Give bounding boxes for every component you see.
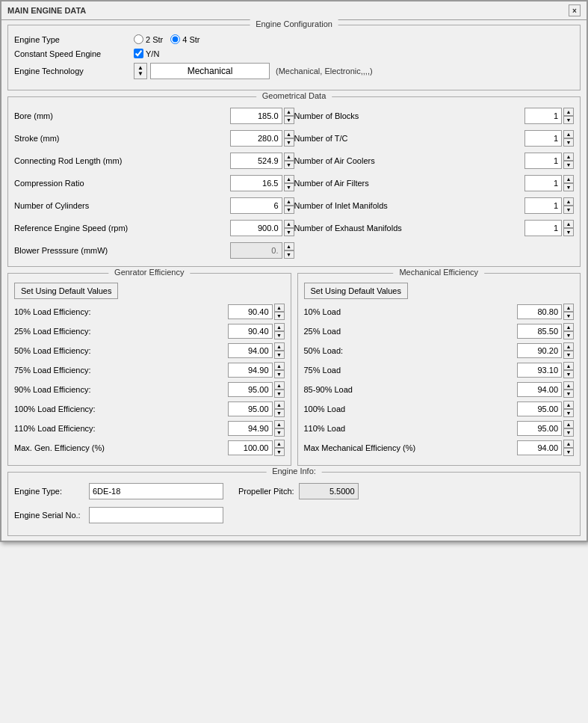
mech-eff-input-7[interactable] bbox=[517, 440, 562, 455]
mech-eff-input-2[interactable] bbox=[517, 343, 562, 358]
geo-left-spin-4[interactable]: ▲ ▼ bbox=[284, 197, 294, 214]
mech-eff-spin-up-2[interactable]: ▲ bbox=[563, 342, 574, 351]
gen-eff-input-6[interactable] bbox=[228, 421, 273, 436]
geo-right-spin-down-0[interactable]: ▼ bbox=[563, 116, 574, 124]
gen-eff-input-5[interactable] bbox=[228, 402, 273, 416]
geo-left-input-0[interactable] bbox=[230, 108, 282, 124]
gen-eff-input-3[interactable] bbox=[228, 363, 273, 378]
gen-eff-spin-up-2[interactable]: ▲ bbox=[274, 342, 285, 351]
geo-left-spin-6[interactable]: ▲ ▼ bbox=[284, 242, 294, 259]
stroke-2-radio[interactable] bbox=[134, 34, 143, 44]
geo-left-spin-up-4[interactable]: ▲ bbox=[284, 197, 294, 206]
gen-eff-spin-down-3[interactable]: ▼ bbox=[274, 370, 285, 378]
mech-eff-input-6[interactable] bbox=[517, 421, 562, 436]
geo-left-spin-up-2[interactable]: ▲ bbox=[284, 153, 294, 161]
geo-left-input-1[interactable] bbox=[230, 130, 282, 147]
mech-eff-spin-4[interactable]: ▲ ▼ bbox=[563, 381, 574, 398]
engine-tech-input[interactable] bbox=[150, 63, 270, 79]
gen-eff-spin-7[interactable]: ▲ ▼ bbox=[274, 440, 285, 456]
geo-left-spin-down-6[interactable]: ▼ bbox=[284, 250, 294, 259]
gen-eff-spin-down-7[interactable]: ▼ bbox=[274, 448, 285, 456]
geo-right-spin-4[interactable]: ▲ ▼ bbox=[563, 197, 574, 214]
geo-right-spin-down-5[interactable]: ▼ bbox=[563, 228, 574, 236]
geo-left-spin-down-4[interactable]: ▼ bbox=[284, 206, 294, 214]
geo-left-spin-1[interactable]: ▲ ▼ bbox=[284, 130, 294, 147]
geo-left-spin-down-2[interactable]: ▼ bbox=[284, 161, 294, 169]
gen-eff-spin-up-6[interactable]: ▲ bbox=[274, 420, 285, 428]
geo-right-spin-down-3[interactable]: ▼ bbox=[563, 183, 574, 191]
mech-eff-spin-up-4[interactable]: ▲ bbox=[563, 381, 574, 390]
geo-left-spin-up-0[interactable]: ▲ bbox=[284, 108, 294, 116]
mech-eff-spin-down-0[interactable]: ▼ bbox=[563, 312, 574, 320]
geo-left-spin-down-3[interactable]: ▼ bbox=[284, 183, 294, 191]
mech-eff-input-0[interactable] bbox=[517, 304, 562, 319]
mech-eff-spin-down-2[interactable]: ▼ bbox=[563, 351, 574, 359]
geo-right-spin-1[interactable]: ▲ ▼ bbox=[563, 130, 574, 147]
gen-eff-spin-2[interactable]: ▲ ▼ bbox=[274, 342, 285, 359]
geo-right-spin-up-3[interactable]: ▲ bbox=[563, 175, 574, 183]
geo-left-input-4[interactable] bbox=[230, 197, 282, 214]
gen-eff-spin-5[interactable]: ▲ ▼ bbox=[274, 401, 285, 417]
mech-eff-input-4[interactable] bbox=[517, 382, 562, 397]
geo-right-input-2[interactable] bbox=[524, 153, 562, 169]
geo-right-spin-up-4[interactable]: ▲ bbox=[563, 197, 574, 206]
gen-eff-input-7[interactable] bbox=[228, 440, 273, 455]
mech-eff-spin-up-1[interactable]: ▲ bbox=[563, 323, 574, 331]
mech-eff-spin-up-3[interactable]: ▲ bbox=[563, 362, 574, 370]
mech-eff-spin-5[interactable]: ▲ ▼ bbox=[563, 401, 574, 417]
geo-right-input-0[interactable] bbox=[524, 108, 562, 124]
mech-eff-spin-down-1[interactable]: ▼ bbox=[563, 331, 574, 339]
geo-right-input-4[interactable] bbox=[524, 197, 562, 214]
geo-right-spin-down-4[interactable]: ▼ bbox=[563, 206, 574, 214]
geo-left-spin-down-5[interactable]: ▼ bbox=[284, 228, 294, 236]
geo-right-spin-0[interactable]: ▲ ▼ bbox=[563, 108, 574, 124]
gen-eff-spin-down-6[interactable]: ▼ bbox=[274, 428, 285, 437]
geo-left-input-5[interactable] bbox=[230, 220, 282, 236]
mech-eff-spin-6[interactable]: ▲ ▼ bbox=[563, 420, 574, 437]
engine-serial-input[interactable] bbox=[89, 507, 223, 523]
mech-eff-spin-0[interactable]: ▲ ▼ bbox=[563, 304, 574, 320]
mech-eff-spin-down-3[interactable]: ▼ bbox=[563, 370, 574, 378]
mech-eff-spin-up-0[interactable]: ▲ bbox=[563, 304, 574, 312]
geo-right-spin-up-2[interactable]: ▲ bbox=[563, 153, 574, 161]
geo-right-spin-up-1[interactable]: ▲ bbox=[563, 130, 574, 138]
mech-eff-spin-7[interactable]: ▲ ▼ bbox=[563, 440, 574, 456]
gen-eff-input-0[interactable] bbox=[228, 304, 273, 319]
stroke-4-radio[interactable] bbox=[170, 34, 180, 44]
geo-left-spin-up-6[interactable]: ▲ bbox=[284, 242, 294, 250]
gen-eff-spin-down-2[interactable]: ▼ bbox=[274, 351, 285, 359]
mech-eff-spin-up-5[interactable]: ▲ bbox=[563, 401, 574, 409]
gen-eff-spin-3[interactable]: ▲ ▼ bbox=[274, 362, 285, 378]
geo-right-spin-down-2[interactable]: ▼ bbox=[563, 161, 574, 169]
gen-eff-input-4[interactable] bbox=[228, 382, 273, 397]
gen-eff-input-2[interactable] bbox=[228, 343, 273, 358]
geo-right-spin-up-5[interactable]: ▲ bbox=[563, 220, 574, 228]
mech-default-btn[interactable]: Set Using Default Values bbox=[304, 283, 408, 299]
geo-right-spin-5[interactable]: ▲ ▼ bbox=[563, 220, 574, 236]
mech-eff-spin-up-6[interactable]: ▲ bbox=[563, 420, 574, 428]
mech-eff-input-5[interactable] bbox=[517, 402, 562, 416]
gen-eff-spin-0[interactable]: ▲ ▼ bbox=[274, 304, 285, 320]
mech-eff-input-1[interactable] bbox=[517, 324, 562, 339]
geo-left-spin-3[interactable]: ▲ ▼ bbox=[284, 175, 294, 191]
constant-speed-checkbox[interactable] bbox=[134, 49, 143, 58]
gen-eff-spin-up-0[interactable]: ▲ bbox=[274, 304, 285, 312]
geo-left-input-2[interactable] bbox=[230, 153, 282, 169]
mech-eff-spin-down-7[interactable]: ▼ bbox=[563, 448, 574, 456]
gen-eff-spin-up-4[interactable]: ▲ bbox=[274, 381, 285, 390]
engine-type-info-input[interactable] bbox=[89, 483, 223, 499]
gen-eff-spin-6[interactable]: ▲ ▼ bbox=[274, 420, 285, 437]
gen-eff-spin-1[interactable]: ▲ ▼ bbox=[274, 323, 285, 339]
gen-eff-spin-down-0[interactable]: ▼ bbox=[274, 312, 285, 320]
geo-left-spin-up-5[interactable]: ▲ bbox=[284, 220, 294, 228]
mech-eff-spin-down-5[interactable]: ▼ bbox=[563, 409, 574, 417]
mech-eff-input-3[interactable] bbox=[517, 363, 562, 378]
geo-left-input-3[interactable] bbox=[230, 175, 282, 191]
gen-eff-spin-up-1[interactable]: ▲ bbox=[274, 323, 285, 331]
geo-left-spin-down-1[interactable]: ▼ bbox=[284, 138, 294, 147]
geo-right-spin-2[interactable]: ▲ ▼ bbox=[563, 153, 574, 169]
geo-left-spin-up-1[interactable]: ▲ bbox=[284, 130, 294, 138]
mech-eff-spin-down-4[interactable]: ▼ bbox=[563, 390, 574, 398]
gen-eff-spin-up-3[interactable]: ▲ bbox=[274, 362, 285, 370]
geo-left-spin-2[interactable]: ▲ ▼ bbox=[284, 153, 294, 169]
